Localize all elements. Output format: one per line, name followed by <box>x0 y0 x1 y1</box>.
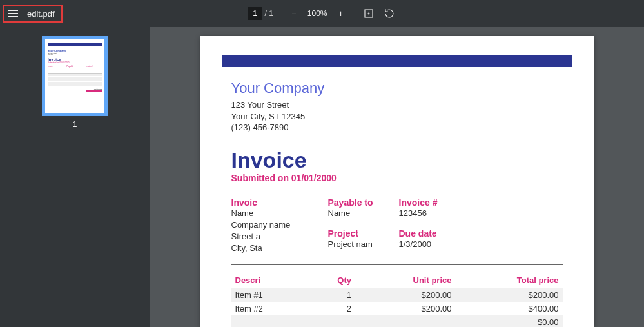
project-header: Project <box>328 228 399 239</box>
due-date-header: Due date <box>399 228 457 239</box>
th-unit-price: Unit price <box>355 273 456 288</box>
menu-icon[interactable] <box>8 10 18 17</box>
invoice-title: Invoice <box>231 148 563 173</box>
fit-page-icon[interactable] <box>362 6 376 21</box>
page-indicator: / 1 <box>248 7 273 20</box>
submitted-date: Submitted on 01/01/2000 <box>231 173 563 183</box>
toolbar-left-highlight: edit.pdf <box>3 5 63 23</box>
divider <box>280 8 280 19</box>
invoice-no-header: Invoice # <box>399 197 457 208</box>
th-total-price: Total price <box>456 273 563 288</box>
page-total: / 1 <box>264 9 273 18</box>
thumbnail-panel: Your Company 123 Your StreetYour City In… <box>0 27 150 327</box>
toolbar-center: / 1 − 100% + <box>248 6 396 21</box>
table-row: Item #22$200.00$400.00 <box>231 302 563 315</box>
th-qty: Qty <box>308 273 355 288</box>
items-table: Descri Qty Unit price Total price Item #… <box>231 273 563 327</box>
zoom-in-button[interactable]: + <box>334 6 348 21</box>
info-section: Invoic Name Company name Street a City, … <box>231 197 563 266</box>
rotate-icon[interactable] <box>382 6 396 21</box>
invoice-for-header: Invoic <box>231 197 328 208</box>
zoom-out-button[interactable]: − <box>287 6 301 21</box>
page-number-input[interactable] <box>248 7 262 20</box>
table-row: $0.00 <box>231 315 563 327</box>
filename: edit.pdf <box>27 9 55 19</box>
zoom-level: 100% <box>307 9 327 18</box>
th-description: Descri <box>231 273 309 288</box>
page-thumbnail[interactable]: Your Company 123 Your StreetYour City In… <box>42 36 108 116</box>
company-name: Your Company <box>231 80 563 97</box>
table-row: Item #11$200.00$200.00 <box>231 288 563 302</box>
pdf-toolbar: edit.pdf / 1 − 100% + <box>0 0 644 27</box>
payable-to-header: Payable to <box>328 197 399 208</box>
pdf-page: Your Company 123 Your Street Your City, … <box>200 36 594 327</box>
divider <box>355 8 355 19</box>
company-address: 123 Your Street Your City, ST 12345 (123… <box>231 99 563 134</box>
header-bar <box>222 55 572 67</box>
pdf-viewer[interactable]: Your Company 123 Your Street Your City, … <box>150 27 644 327</box>
thumbnail-number: 1 <box>73 120 77 129</box>
